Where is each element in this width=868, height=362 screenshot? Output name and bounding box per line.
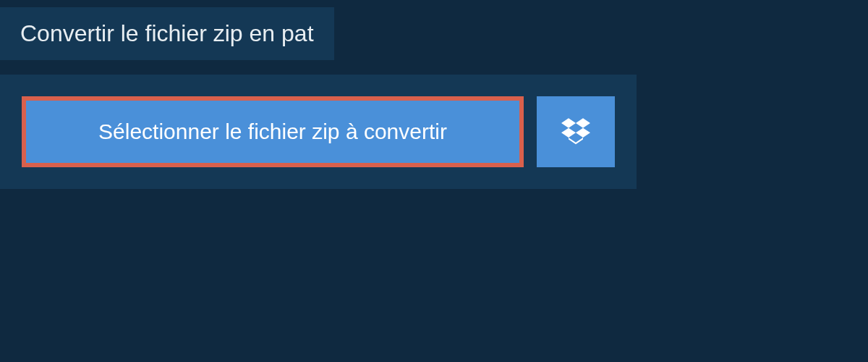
file-select-panel: Sélectionner le fichier zip à convertir — [0, 75, 637, 189]
select-file-button[interactable]: Sélectionner le fichier zip à convertir — [22, 96, 524, 167]
select-file-button-label: Sélectionner le fichier zip à convertir — [98, 119, 447, 144]
header-tab: Convertir le fichier zip en pat — [0, 7, 334, 60]
dropbox-icon — [561, 116, 590, 148]
page-title: Convertir le fichier zip en pat — [20, 20, 314, 46]
dropbox-button[interactable] — [537, 96, 615, 167]
